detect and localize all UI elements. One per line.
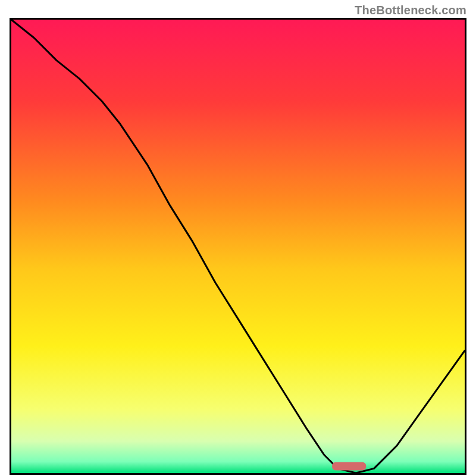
chart-background-gradient bbox=[11, 20, 465, 473]
chart-marker bbox=[332, 462, 366, 471]
chart-plot-area bbox=[11, 20, 465, 473]
watermark-text: TheBottleneck.com bbox=[355, 4, 466, 17]
chart-frame bbox=[10, 18, 466, 475]
chart-svg bbox=[11, 20, 465, 473]
